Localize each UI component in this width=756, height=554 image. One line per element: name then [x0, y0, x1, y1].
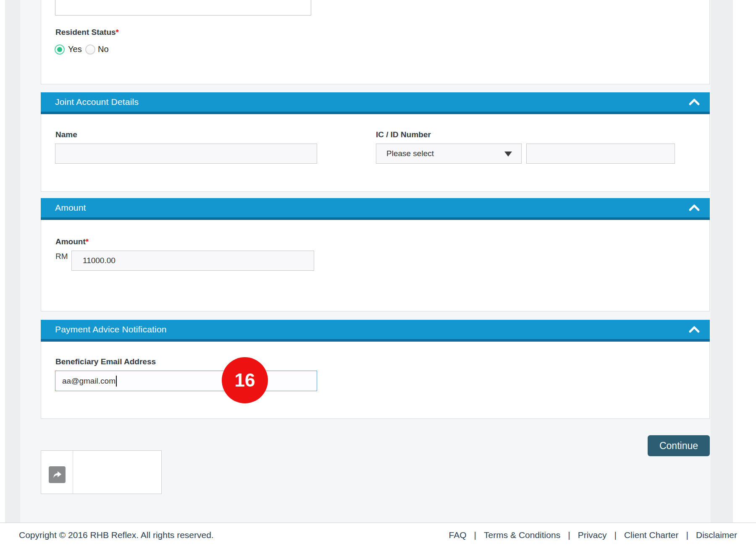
beneficiary-email-input[interactable]: aa@gmail.com	[55, 371, 317, 391]
resident-yes-label[interactable]: Yes	[68, 44, 82, 54]
copyright-text: Copyright © 2016 RHB Reflex. All rights …	[19, 530, 214, 540]
resident-no-label[interactable]: No	[98, 44, 109, 54]
page: Resident Status* Yes No Joint Account De…	[0, 0, 756, 554]
beneficiary-email-label: Beneficiary Email Address	[55, 357, 156, 366]
currency-prefix: RM	[55, 252, 68, 261]
payment-advice-title: Payment Advice Notification	[41, 324, 167, 334]
name-label: Name	[55, 130, 77, 139]
amount-header[interactable]: Amount	[41, 198, 710, 220]
separator: |	[568, 530, 570, 540]
forward-arrow-icon	[49, 466, 66, 483]
payment-advice-header[interactable]: Payment Advice Notification	[41, 320, 710, 342]
footer-link-client-charter[interactable]: Client Charter	[624, 530, 679, 540]
separator: |	[614, 530, 616, 540]
separator: |	[474, 530, 476, 540]
text-cursor	[116, 376, 117, 387]
amount-title: Amount	[41, 203, 86, 213]
ic-type-select[interactable]: Please select	[376, 144, 522, 164]
footer: Copyright © 2016 RHB Reflex. All rights …	[0, 523, 756, 554]
step-annotation-badge: 16	[222, 357, 268, 403]
required-asterisk: *	[116, 28, 119, 37]
quick-links-box: See My Balance Bulk Payment	[41, 450, 162, 494]
continue-button[interactable]: Continue	[648, 435, 710, 456]
collapse-chevron-icon[interactable]	[688, 324, 701, 334]
resident-no-radio[interactable]	[85, 44, 95, 55]
ic-number-input[interactable]	[526, 144, 675, 164]
amount-input[interactable]	[71, 251, 314, 271]
required-asterisk: *	[86, 237, 89, 246]
ic-id-number-label: IC / ID Number	[376, 130, 431, 139]
footer-link-privacy[interactable]: Privacy	[578, 530, 607, 540]
select-arrow-icon	[504, 152, 512, 157]
footer-link-disclaimer[interactable]: Disclaimer	[696, 530, 737, 540]
truncated-top-input[interactable]	[55, 0, 311, 16]
separator: |	[686, 530, 688, 540]
footer-link-terms[interactable]: Terms & Conditions	[484, 530, 560, 540]
resident-status-label: Resident Status*	[55, 28, 119, 37]
collapse-chevron-icon[interactable]	[688, 203, 701, 213]
ic-type-selected-value: Please select	[376, 149, 434, 158]
resident-yes-radio[interactable]	[55, 44, 65, 55]
divider	[73, 451, 73, 494]
footer-links: FAQ | Terms & Conditions | Privacy | Cli…	[449, 530, 737, 540]
joint-account-title: Joint Account Details	[41, 97, 139, 107]
collapse-chevron-icon[interactable]	[688, 97, 701, 107]
amount-label: Amount*	[55, 237, 89, 246]
beneficiary-email-value: aa@gmail.com	[62, 376, 116, 386]
joint-account-header[interactable]: Joint Account Details	[41, 92, 710, 114]
footer-link-faq[interactable]: FAQ	[449, 530, 467, 540]
name-input[interactable]	[55, 144, 317, 164]
